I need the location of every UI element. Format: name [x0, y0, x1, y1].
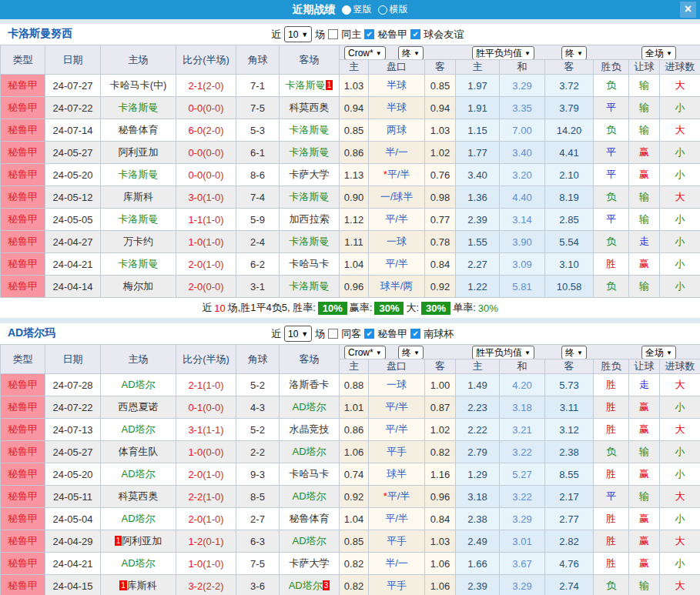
- cell-eu-away-odds: 3.10: [545, 253, 594, 276]
- match-count-select[interactable]: 10▼: [284, 326, 312, 342]
- cell-away-team: 卡洛斯曼: [280, 276, 340, 298]
- cell-corner: 7-5: [236, 97, 280, 119]
- cell-home-team: 卡洛斯曼: [101, 97, 176, 119]
- cell-score: 0-0(0-0): [176, 142, 236, 164]
- cell-ah-home-odds: 1.13: [340, 164, 369, 186]
- cell-date: 24-07-14: [45, 119, 101, 142]
- cell-handicap-result: 输: [629, 276, 660, 298]
- team-name: 卡洛斯曼: [290, 191, 330, 202]
- half-score: (1-0): [203, 259, 223, 270]
- cell-away-team: 卡洛斯曼: [280, 186, 340, 209]
- layout-horizontal-radio[interactable]: 横版: [378, 3, 408, 16]
- cell-date: 24-05-20: [45, 164, 101, 186]
- cell-ah-away-odds: 1.03: [425, 530, 456, 553]
- team-name: AD塔尔: [121, 557, 155, 569]
- cell-date: 24-05-11: [45, 486, 101, 508]
- cell-result: 负: [594, 119, 629, 142]
- rank-badge: 3: [323, 580, 330, 590]
- cell-eu-draw-odds: 3.90: [500, 231, 545, 253]
- cell-result: 平: [594, 97, 629, 119]
- cell-corner: 8-5: [236, 486, 280, 508]
- team-name: 阿利亚加: [119, 146, 159, 158]
- cell-result: 平: [594, 142, 629, 164]
- same-away-checkbox[interactable]: [328, 329, 338, 339]
- full-match-select[interactable]: 全场▼: [641, 346, 676, 359]
- cell-date: 24-04-21: [45, 253, 101, 276]
- cell-result: 负: [594, 441, 629, 463]
- cell-score: 2-0(1-0): [176, 253, 236, 276]
- handicap-line: 平手: [387, 446, 407, 457]
- cell-date: 24-05-27: [45, 142, 101, 164]
- match-row: 秘鲁甲24-07-13AD塔尔3-1(1-1)5-2水晶竞技0.86平/半1.0…: [1, 419, 700, 441]
- cell-ah-home-odds: 1.04: [340, 508, 369, 530]
- cell-corner: 4-3: [236, 396, 280, 419]
- cell-away-team: AD塔尔: [280, 441, 340, 463]
- layout-horizontal-label: 横版: [390, 3, 408, 16]
- same-home-checkbox[interactable]: [328, 29, 338, 39]
- cell-date: 24-07-22: [45, 97, 101, 119]
- full-score: 2-0: [188, 259, 203, 270]
- cell-away-team: 秘鲁体育: [280, 508, 340, 530]
- cell-result: 负: [594, 186, 629, 209]
- final-odds-select2[interactable]: 终▼: [561, 346, 587, 359]
- radio-unselected-icon[interactable]: [378, 5, 387, 15]
- cell-away-team: AD塔尔: [280, 486, 340, 508]
- full-match-select[interactable]: 全场▼: [641, 46, 676, 60]
- match-count-select[interactable]: 10▼: [284, 26, 312, 42]
- cell-ah-away-odds: 0.77: [425, 209, 456, 231]
- cell-eu-away-odds: 4.76: [545, 553, 594, 575]
- layout-vertical-radio[interactable]: 竖版: [342, 3, 372, 16]
- match-row: 秘鲁甲24-05-12库斯科3-0(1-0)7-4卡洛斯曼0.90一/球半0.9…: [1, 186, 700, 209]
- cell-date: 24-07-22: [45, 396, 101, 419]
- full-score: 0-0: [188, 102, 203, 114]
- col-score: 比分(半场): [176, 345, 236, 374]
- radio-selected-icon[interactable]: [342, 5, 351, 15]
- cell-corner: 6-2: [236, 253, 280, 276]
- cell-home-team: 卡哈马卡(中): [101, 75, 176, 97]
- avg-odds-select[interactable]: 胜平负均值▼: [472, 346, 534, 359]
- final-odds-select[interactable]: 终▼: [398, 346, 424, 359]
- cell-score: 2-0(1-0): [176, 463, 236, 486]
- col-handicap: 让球: [629, 359, 660, 374]
- near-label: 近: [271, 28, 281, 42]
- cell-score: 3-0(1-0): [176, 186, 236, 209]
- cell-away-team: 卡萨大学: [280, 553, 340, 575]
- cell-ah-away-odds: 0.96: [425, 486, 456, 508]
- cell-league: 秘鲁甲: [1, 75, 45, 97]
- cell-eu-home-odds: 2.22: [456, 419, 500, 441]
- cell-away-team: 卡哈马卡: [280, 463, 340, 486]
- final-odds-select[interactable]: 终▼: [398, 46, 424, 60]
- close-button[interactable]: ×: [680, 2, 696, 18]
- league2-checkbox[interactable]: ✔: [410, 329, 420, 339]
- league2-checkbox[interactable]: ✔: [410, 29, 420, 39]
- cell-home-team: 卡洛斯曼: [101, 164, 176, 186]
- cell-eu-draw-odds: 3.22: [500, 486, 545, 508]
- cell-away-team: 水晶竞技: [280, 419, 340, 441]
- cell-result: 胜: [594, 463, 629, 486]
- bookmaker-select[interactable]: Crow*▼: [344, 46, 386, 60]
- avg-odds-select[interactable]: 胜平负均值▼: [472, 46, 534, 60]
- cell-eu-draw-odds: 3.09: [500, 253, 545, 276]
- match-row: 秘鲁甲24-07-14秘鲁体育6-0(2-0)5-3卡洛斯曼0.85两球1.03…: [1, 119, 700, 142]
- league1-checkbox[interactable]: ✔: [364, 29, 374, 39]
- half-score: (1-0): [203, 214, 223, 226]
- final-odds-select2[interactable]: 终▼: [561, 46, 587, 60]
- page-title: 近期战绩: [293, 3, 336, 17]
- cell-league: 秘鲁甲: [1, 374, 45, 396]
- cell-handicap-result: 赢: [629, 419, 660, 441]
- bookmaker-select[interactable]: Crow*▼: [344, 346, 386, 359]
- match-row: 秘鲁甲24-05-04AD塔尔2-0(1-0)2-7秘鲁体育1.04平/半0.8…: [1, 508, 700, 530]
- cell-handicap-result: 赢: [629, 508, 660, 530]
- cell-league: 秘鲁甲: [1, 396, 45, 419]
- full-score: 3-0: [188, 192, 203, 203]
- cell-ah-home-odds: 0.90: [340, 186, 369, 209]
- chevron-down-icon: ▼: [577, 48, 583, 59]
- cell-ah-line: 球半/两: [369, 276, 425, 298]
- cell-eu-draw-odds: 3.21: [500, 419, 545, 441]
- cell-result: 胜: [594, 530, 629, 553]
- same-home-label: 同主: [341, 28, 361, 42]
- league1-checkbox[interactable]: ✔: [364, 329, 374, 339]
- cell-score: 0-0(0-0): [176, 97, 236, 119]
- cell-handicap-result: 输: [629, 209, 660, 231]
- col-goals: 进球数: [660, 359, 700, 374]
